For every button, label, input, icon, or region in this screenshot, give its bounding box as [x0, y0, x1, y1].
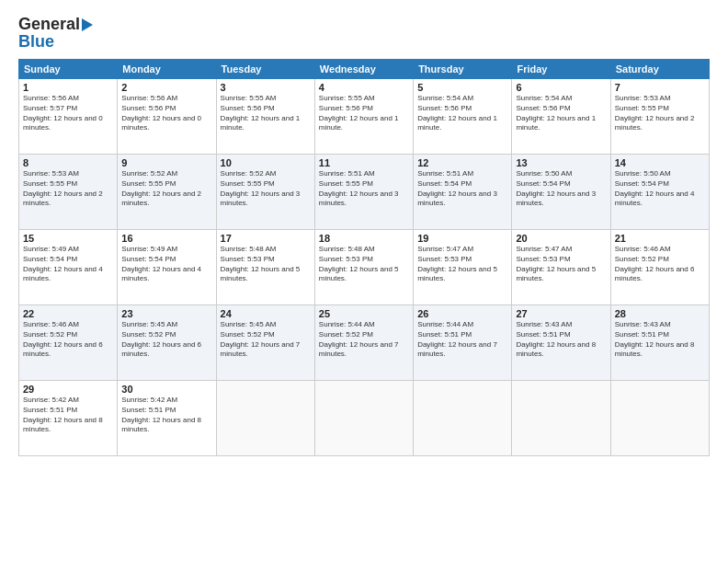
calendar-cell: 24Sunrise: 5:45 AMSunset: 5:52 PMDayligh…: [216, 305, 314, 381]
logo: General Blue: [18, 15, 93, 52]
calendar-week-row: 22Sunrise: 5:46 AMSunset: 5:52 PMDayligh…: [19, 305, 710, 381]
calendar-week-row: 1Sunrise: 5:56 AMSunset: 5:57 PMDaylight…: [19, 79, 710, 155]
calendar-cell: 7Sunrise: 5:53 AMSunset: 5:55 PMDaylight…: [610, 79, 709, 155]
weekday-header-monday: Monday: [118, 60, 216, 79]
calendar-cell: 30Sunrise: 5:42 AMSunset: 5:51 PMDayligh…: [118, 381, 216, 456]
calendar-cell: [610, 381, 709, 456]
calendar-cell: 19Sunrise: 5:47 AMSunset: 5:53 PMDayligh…: [414, 230, 512, 305]
calendar-cell: 3Sunrise: 5:55 AMSunset: 5:56 PMDaylight…: [216, 79, 314, 155]
calendar-cell: 12Sunrise: 5:51 AMSunset: 5:54 PMDayligh…: [414, 155, 512, 230]
calendar-cell: 27Sunrise: 5:43 AMSunset: 5:51 PMDayligh…: [512, 305, 610, 381]
calendar-cell: 9Sunrise: 5:52 AMSunset: 5:55 PMDaylight…: [118, 155, 216, 230]
calendar-cell: 26Sunrise: 5:44 AMSunset: 5:51 PMDayligh…: [414, 305, 512, 381]
calendar-cell: 29Sunrise: 5:42 AMSunset: 5:51 PMDayligh…: [19, 381, 118, 456]
calendar-cell: 1Sunrise: 5:56 AMSunset: 5:57 PMDaylight…: [19, 79, 118, 155]
calendar-cell: 13Sunrise: 5:50 AMSunset: 5:54 PMDayligh…: [512, 155, 610, 230]
calendar-cell: 28Sunrise: 5:43 AMSunset: 5:51 PMDayligh…: [610, 305, 709, 381]
calendar-cell: 4Sunrise: 5:55 AMSunset: 5:56 PMDaylight…: [314, 79, 413, 155]
weekday-header-saturday: Saturday: [610, 60, 709, 79]
weekday-header-friday: Friday: [512, 60, 610, 79]
calendar-cell: 11Sunrise: 5:51 AMSunset: 5:55 PMDayligh…: [314, 155, 413, 230]
calendar: SundayMondayTuesdayWednesdayThursdayFrid…: [18, 59, 710, 456]
calendar-cell: 15Sunrise: 5:49 AMSunset: 5:54 PMDayligh…: [19, 230, 118, 305]
calendar-cell: 22Sunrise: 5:46 AMSunset: 5:52 PMDayligh…: [19, 305, 118, 381]
calendar-week-row: 15Sunrise: 5:49 AMSunset: 5:54 PMDayligh…: [19, 230, 710, 305]
logo-general: General: [18, 15, 80, 34]
calendar-cell: 23Sunrise: 5:45 AMSunset: 5:52 PMDayligh…: [118, 305, 216, 381]
calendar-cell: 21Sunrise: 5:46 AMSunset: 5:52 PMDayligh…: [610, 230, 709, 305]
calendar-cell: 16Sunrise: 5:49 AMSunset: 5:54 PMDayligh…: [118, 230, 216, 305]
calendar-week-row: 8Sunrise: 5:53 AMSunset: 5:55 PMDaylight…: [19, 155, 710, 230]
calendar-cell: 18Sunrise: 5:48 AMSunset: 5:53 PMDayligh…: [314, 230, 413, 305]
calendar-cell: [512, 381, 610, 456]
calendar-cell: 20Sunrise: 5:47 AMSunset: 5:53 PMDayligh…: [512, 230, 610, 305]
calendar-cell: [314, 381, 413, 456]
weekday-header-thursday: Thursday: [414, 60, 512, 79]
calendar-cell: 14Sunrise: 5:50 AMSunset: 5:54 PMDayligh…: [610, 155, 709, 230]
calendar-cell: 8Sunrise: 5:53 AMSunset: 5:55 PMDaylight…: [19, 155, 118, 230]
calendar-cell: 5Sunrise: 5:54 AMSunset: 5:56 PMDaylight…: [414, 79, 512, 155]
calendar-cell: 10Sunrise: 5:52 AMSunset: 5:55 PMDayligh…: [216, 155, 314, 230]
calendar-week-row: 29Sunrise: 5:42 AMSunset: 5:51 PMDayligh…: [19, 381, 710, 456]
weekday-header-tuesday: Tuesday: [216, 60, 314, 79]
calendar-cell: 6Sunrise: 5:54 AMSunset: 5:56 PMDaylight…: [512, 79, 610, 155]
logo-arrow-icon: [82, 18, 93, 31]
weekday-header-wednesday: Wednesday: [314, 60, 413, 79]
weekday-header-sunday: Sunday: [19, 60, 118, 79]
page: General Blue SundayMondayTuesdayWednesda…: [0, 0, 728, 563]
calendar-cell: 17Sunrise: 5:48 AMSunset: 5:53 PMDayligh…: [216, 230, 314, 305]
calendar-cell: [216, 381, 314, 456]
calendar-cell: [414, 381, 512, 456]
calendar-cell: 2Sunrise: 5:56 AMSunset: 5:56 PMDaylight…: [118, 79, 216, 155]
logo-blue: Blue: [18, 32, 54, 52]
header: General Blue: [18, 15, 710, 52]
calendar-cell: 25Sunrise: 5:44 AMSunset: 5:52 PMDayligh…: [314, 305, 413, 381]
weekday-header-row: SundayMondayTuesdayWednesdayThursdayFrid…: [19, 60, 710, 79]
